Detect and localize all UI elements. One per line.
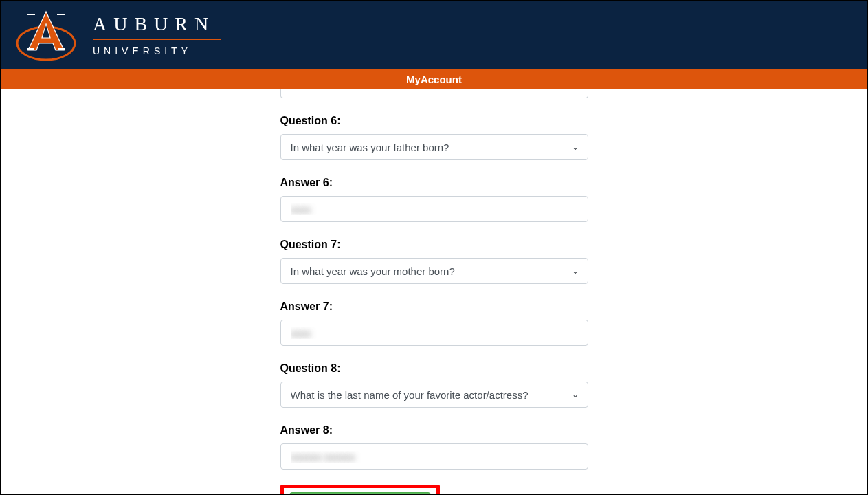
answer-7-input[interactable] [280,320,588,346]
navbar[interactable]: MyAccount [1,69,867,89]
answer-8-input[interactable] [280,443,588,470]
brand-sub: UNIVERSITY [93,45,221,56]
answer-7-label: Answer 7: [280,300,588,313]
question-6-select[interactable]: In what year was your father born? [280,134,588,160]
answer-6-label: Answer 6: [280,177,588,189]
update-highlight-box: Update [280,485,440,495]
question-8-select[interactable]: What is the last name of your favorite a… [280,382,588,408]
brand-divider [93,39,221,40]
question-8-select-wrap: What is the last name of your favorite a… [280,382,588,408]
content: Question 6: In what year was your father… [1,89,867,495]
update-button[interactable]: Update [289,492,431,495]
site-header: AUBURN UNIVERSITY [1,1,867,69]
partial-input-above [280,89,588,98]
question-6-select-wrap: In what year was your father born? ⌄ [280,134,588,160]
question-7-label: Question 7: [280,239,588,251]
question-7-select[interactable]: In what year was your mother born? [280,258,588,284]
question-7-select-wrap: In what year was your mother born? ⌄ [280,258,588,284]
answer-8-label: Answer 8: [280,424,588,437]
viewport: AUBURN UNIVERSITY MyAccount Question 6: … [0,0,868,495]
form-column: Question 6: In what year was your father… [280,89,588,495]
question-8-label: Question 8: [280,362,588,375]
brand-text: AUBURN UNIVERSITY [93,13,221,56]
auburn-logo-icon [14,9,78,61]
question-6-label: Question 6: [280,115,588,127]
logo-wrap: AUBURN UNIVERSITY [14,9,221,61]
update-row: Update [280,485,588,495]
answer-6-input[interactable] [280,196,588,222]
brand-name: AUBURN [93,13,221,35]
navbar-label[interactable]: MyAccount [406,74,462,85]
